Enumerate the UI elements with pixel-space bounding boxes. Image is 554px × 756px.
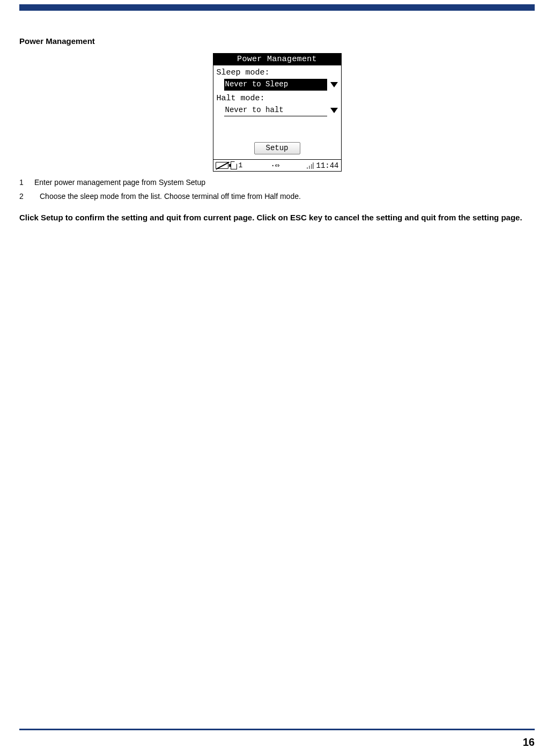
- setup-button[interactable]: Setup: [254, 142, 300, 154]
- device-frame: Power Management Sleep mode: Never to Sl…: [213, 53, 342, 172]
- sleep-mode-dropdown[interactable]: Never to Sleep: [224, 79, 327, 91]
- device-body: Sleep mode: Never to Sleep Halt mode: Ne…: [213, 65, 341, 159]
- list-text: Enter power management page from System …: [34, 177, 205, 189]
- list-number: 2: [19, 191, 34, 203]
- status-time: 11:44: [316, 161, 338, 170]
- setup-button-wrap: Setup: [217, 142, 338, 156]
- status-center: ·⇔: [270, 160, 279, 171]
- halt-mode-dropdown[interactable]: Never to halt: [224, 105, 327, 116]
- page-content: Power Management Power Management Sleep …: [19, 36, 535, 226]
- list-text: Choose the sleep mode from the list. Cho…: [34, 191, 301, 203]
- instruction-paragraph: Click Setup to confirm the setting and q…: [19, 210, 535, 226]
- signal-icon: [307, 162, 314, 169]
- status-right: 11:44: [307, 161, 338, 170]
- sleep-mode-label: Sleep mode:: [217, 68, 338, 77]
- chevron-down-icon[interactable]: [330, 108, 338, 113]
- section-heading: Power Management: [19, 36, 535, 46]
- halt-mode-label: Halt mode:: [217, 94, 338, 103]
- chevron-down-icon[interactable]: [330, 82, 338, 87]
- sim-slot-text: 1: [239, 161, 243, 169]
- status-left: 1: [216, 161, 243, 169]
- list-item: 1 Enter power management page from Syste…: [19, 177, 535, 189]
- device-title-bar: Power Management: [213, 54, 341, 65]
- device-status-bar: 1 ·⇔ 11:44: [213, 159, 341, 171]
- sync-icon: ·⇔: [270, 160, 279, 171]
- sim-icon: [231, 161, 237, 169]
- list-item: 2 Choose the sleep mode from the list. C…: [19, 191, 535, 203]
- halt-mode-row: Never to halt: [217, 105, 338, 116]
- device-spacer: [217, 120, 338, 142]
- page-number: 16: [523, 736, 535, 748]
- header-band: [19, 4, 535, 11]
- sleep-mode-row: Never to Sleep: [217, 79, 338, 91]
- list-number: 1: [19, 177, 34, 189]
- battery-icon: [216, 162, 228, 169]
- footer-band: [19, 729, 535, 730]
- device-screenshot-wrap: Power Management Sleep mode: Never to Sl…: [19, 53, 535, 172]
